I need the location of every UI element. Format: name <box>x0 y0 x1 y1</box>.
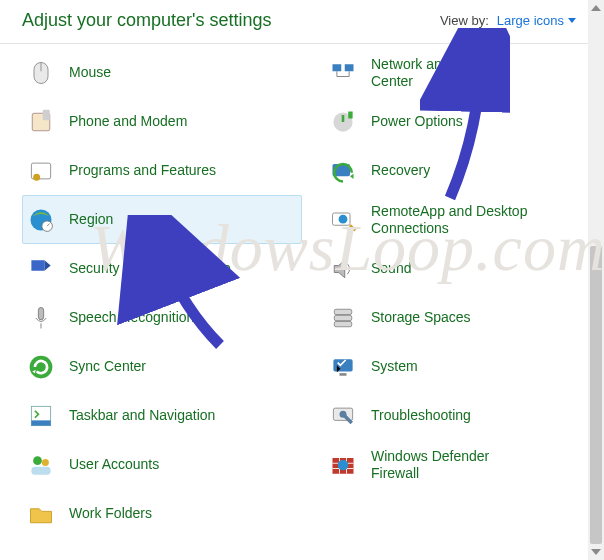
svg-point-5 <box>33 173 40 180</box>
security-icon <box>27 255 55 283</box>
svg-rect-28 <box>340 373 347 376</box>
item-label: RemoteApp and Desktop Connections <box>371 203 541 237</box>
region-icon <box>27 206 55 234</box>
svg-rect-24 <box>334 309 352 314</box>
svg-rect-9 <box>38 307 43 319</box>
svg-point-36 <box>338 459 349 470</box>
recovery-item[interactable]: Recovery <box>324 146 604 195</box>
storage-icon <box>329 304 357 332</box>
item-label: Security and Maintenance <box>69 260 231 277</box>
svg-rect-16 <box>31 466 50 474</box>
sync-icon <box>27 353 55 381</box>
svg-point-11 <box>30 355 53 378</box>
storage-spaces-item[interactable]: Storage Spaces <box>324 293 604 342</box>
view-by-label: View by: <box>440 13 489 28</box>
svg-point-14 <box>33 456 42 465</box>
scroll-down-button[interactable] <box>588 544 604 560</box>
header-row: Adjust your computer's settings View by:… <box>0 0 604 43</box>
region-item[interactable]: Region <box>22 195 302 244</box>
mouse-item[interactable]: Mouse <box>22 48 302 97</box>
folders-icon <box>27 500 55 528</box>
item-label: Sync Center <box>69 358 146 375</box>
page-title: Adjust your computer's settings <box>22 10 272 31</box>
svg-rect-3 <box>43 109 50 120</box>
troubleshoot-icon <box>329 402 357 430</box>
item-label: Phone and Modem <box>69 113 187 130</box>
scroll-up-button[interactable] <box>588 0 604 16</box>
network-icon <box>329 59 357 87</box>
svg-rect-18 <box>345 64 354 71</box>
speech-recognition-item[interactable]: Speech Recognition <box>22 293 302 342</box>
item-label: User Accounts <box>69 456 159 473</box>
scroll-thumb[interactable] <box>590 246 602 544</box>
item-label: Mouse <box>69 64 111 81</box>
item-label: Region <box>69 211 113 228</box>
system-icon <box>329 353 357 381</box>
svg-rect-20 <box>348 111 352 118</box>
vertical-scrollbar[interactable] <box>588 0 604 560</box>
sync-center-item[interactable]: Sync Center <box>22 342 302 391</box>
system-item[interactable]: System <box>324 342 604 391</box>
programs-icon <box>27 157 55 185</box>
security-and-maintenance-item[interactable]: Security and Maintenance <box>22 244 302 293</box>
users-icon <box>27 451 55 479</box>
taskbar-icon <box>27 402 55 430</box>
item-label: Troubleshooting <box>371 407 471 424</box>
item-label: System <box>371 358 418 375</box>
svg-rect-17 <box>333 64 342 71</box>
troubleshooting-item[interactable]: Troubleshooting <box>324 391 604 440</box>
scroll-up-icon <box>591 5 601 11</box>
remoteapp-and-desktop-connections-item[interactable]: RemoteApp and Desktop Connections <box>324 195 604 244</box>
svg-rect-27 <box>333 359 352 371</box>
left-column: MousePhone and ModemPrograms and Feature… <box>0 48 302 538</box>
svg-point-23 <box>339 214 348 223</box>
power-icon <box>329 108 357 136</box>
view-by-dropdown[interactable]: Large icons <box>497 13 576 28</box>
item-label: Windows Defender Firewall <box>371 448 541 482</box>
phone-and-modem-item[interactable]: Phone and Modem <box>22 97 302 146</box>
sound-item[interactable]: Sound <box>324 244 604 293</box>
item-label: Speech Recognition <box>69 309 194 326</box>
scroll-down-icon <box>591 549 601 555</box>
item-label: Recovery <box>371 162 430 179</box>
sound-icon <box>329 255 357 283</box>
right-column: Network and Sharing CenterPower OptionsR… <box>302 48 604 538</box>
user-accounts-item[interactable]: User Accounts <box>22 440 302 489</box>
mouse-icon <box>27 59 55 87</box>
remoteapp-icon <box>329 206 357 234</box>
network-and-sharing-center-item[interactable]: Network and Sharing Center <box>324 48 604 97</box>
svg-point-15 <box>42 458 49 465</box>
view-by-value: Large icons <box>497 13 564 28</box>
firewall-icon <box>329 451 357 479</box>
item-label: Work Folders <box>69 505 152 522</box>
item-label: Storage Spaces <box>371 309 471 326</box>
item-label: Taskbar and Navigation <box>69 407 215 424</box>
item-label: Power Options <box>371 113 463 130</box>
svg-rect-26 <box>334 321 352 326</box>
phone-icon <box>27 108 55 136</box>
svg-rect-13 <box>31 420 50 425</box>
recovery-icon <box>329 157 357 185</box>
power-options-item[interactable]: Power Options <box>324 97 604 146</box>
taskbar-and-navigation-item[interactable]: Taskbar and Navigation <box>22 391 302 440</box>
view-by-control: View by: Large icons <box>440 13 576 28</box>
speech-icon <box>27 304 55 332</box>
svg-point-30 <box>340 410 347 417</box>
svg-rect-25 <box>334 315 352 320</box>
item-label: Programs and Features <box>69 162 216 179</box>
scroll-track[interactable] <box>588 16 604 544</box>
windows-defender-firewall-item[interactable]: Windows Defender Firewall <box>324 440 604 489</box>
item-label: Network and Sharing Center <box>371 56 541 90</box>
items-panel: MousePhone and ModemPrograms and Feature… <box>0 44 604 538</box>
work-folders-item[interactable]: Work Folders <box>22 489 302 538</box>
programs-and-features-item[interactable]: Programs and Features <box>22 146 302 195</box>
item-label: Sound <box>371 260 411 277</box>
chevron-down-icon <box>568 18 576 23</box>
